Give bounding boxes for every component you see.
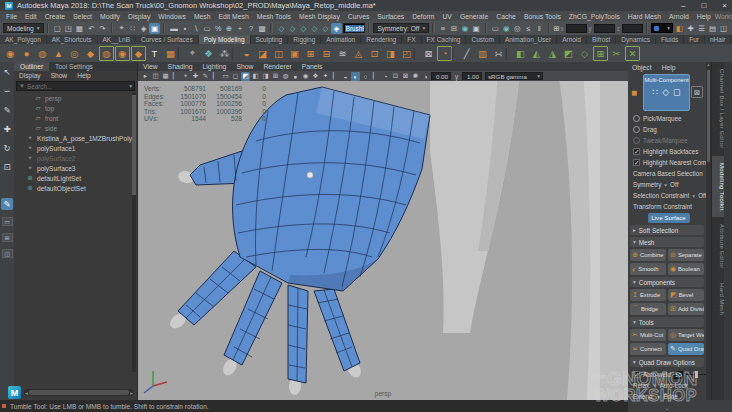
panel-menu-item[interactable]: Shading (163, 62, 198, 71)
shelf-tool-icon[interactable]: ⊟ (319, 46, 334, 61)
shelf-tool-icon[interactable]: ▣ (287, 46, 302, 61)
toolkit-menu-item[interactable]: Help (662, 64, 676, 71)
tool-icon[interactable]: ✎ (1, 198, 13, 210)
outliner-hscrollbar[interactable]: ◂▸ (24, 389, 134, 396)
shelf-tab[interactable]: Dynamics (616, 35, 656, 44)
shelf-tab[interactable]: Bifrost (587, 35, 616, 44)
snap-icon[interactable]: ◇ (287, 23, 298, 34)
viewport-toolbar-icon[interactable]: ◨ (261, 72, 270, 81)
status-misc-icon[interactable]: ? (245, 23, 256, 34)
shelf-tool-icon[interactable]: ● (19, 46, 34, 61)
status-misc-icon[interactable]: ▭ (201, 23, 212, 34)
shelf-tool-icon[interactable]: ▏ (453, 46, 458, 61)
viewport-toolbar-icon[interactable]: ✚ (191, 72, 200, 81)
menu-item[interactable]: Mesh Display (295, 13, 344, 20)
viewport-toolbar-icon[interactable]: ◩ (241, 72, 250, 81)
shelf-tool-icon[interactable]: ◆ (83, 46, 98, 61)
shelf-tab[interactable]: FX Caching (422, 35, 467, 44)
gamma-icon[interactable]: γ (452, 72, 461, 81)
shelf-tool-icon[interactable]: ◉ (3, 46, 18, 61)
shelf-tool-icon[interactable]: ◬ (351, 46, 366, 61)
shelf-tab[interactable]: Sculpting (251, 35, 289, 44)
menu-item[interactable]: File (2, 13, 21, 20)
auto-weld-checkbox[interactable]: ✓ (633, 371, 640, 378)
viewport-toolbar-icon[interactable]: ◻ (231, 72, 240, 81)
tool-icon[interactable]: ∽ (1, 85, 13, 97)
soft-selection-section[interactable]: ▸Soft Selection (630, 225, 704, 235)
panel-menu-item[interactable]: Lighting (198, 62, 232, 71)
radio-row[interactable]: Drag (630, 124, 704, 135)
shelf-tool-icon[interactable]: ⊠ (421, 46, 436, 61)
tool-icon[interactable]: ↻ (1, 142, 13, 154)
x-field[interactable] (566, 24, 587, 33)
menu-set-dropdown[interactable]: Modeling▾ (3, 23, 44, 33)
tool-icon[interactable]: ⊡ (1, 161, 13, 173)
shelf-tab[interactable]: Poly Modeling (199, 35, 251, 44)
outliner-item[interactable]: ⌖ polySurface2 (14, 153, 132, 163)
viewport-toolbar-icon[interactable]: ▏ (171, 72, 180, 81)
component-button[interactable]: ↥Extrude (630, 289, 666, 301)
mesh-button[interactable]: ◉Boolean (668, 263, 704, 275)
viewport-toolbar-icon[interactable]: ▸ (141, 72, 150, 81)
menu-item[interactable]: Windows (154, 13, 190, 20)
quad-draw-options-section[interactable]: ▾Quad Draw Options (630, 357, 704, 367)
menu-item[interactable]: UV (438, 13, 455, 20)
tab-tool-settings[interactable]: Tool Settings (49, 62, 99, 71)
render-icon[interactable]: ≤ (523, 23, 534, 34)
camera-based-selection-row[interactable]: Camera Based Selection▾On (630, 168, 704, 179)
selection-mask-icon[interactable]: ∷ (127, 23, 138, 34)
sidebar-toggle-icon[interactable]: ☰ (696, 23, 707, 34)
mesh-button[interactable]: ⊘Separate (668, 249, 704, 261)
file-icon[interactable]: ▢ (52, 23, 63, 34)
checkbox[interactable]: ✓ (633, 159, 640, 166)
viewport-toolbar-icon[interactable]: ✺ (411, 72, 420, 81)
viewport-canvas[interactable]: Verts:5087915081690 Edges:15010701500454… (138, 81, 628, 400)
minimize-button[interactable]: – (681, 1, 685, 10)
viewport-toolbar-icon[interactable]: ◍ (281, 72, 290, 81)
selection-mask-icon[interactable]: ⌖ (116, 23, 127, 34)
render-icon[interactable]: ‖ (534, 23, 545, 34)
shelf-tab[interactable]: AK_Shortcuts (47, 35, 98, 44)
component-mode-icon[interactable]: ∷ (652, 87, 658, 97)
status-misc-icon[interactable]: ∖ (190, 23, 201, 34)
sidebar-toggle-icon[interactable]: ◫ (718, 23, 729, 34)
viewport-toolbar-icon[interactable]: ✎ (201, 72, 210, 81)
exposure-icon[interactable]: ◑ (421, 72, 430, 81)
viewport-toolbar-icon[interactable]: ⊡ (391, 72, 400, 81)
outliner-vscrollbar[interactable] (132, 93, 136, 372)
object-mode-icon[interactable]: ■ (631, 87, 637, 98)
toolkit-tool-button[interactable]: ✎Quad Draw (668, 343, 704, 355)
outliner-item[interactable]: ▱ front (14, 113, 132, 123)
outliner-item[interactable]: ▱ persp (14, 93, 132, 103)
menu-item[interactable]: Curves (344, 13, 374, 20)
outliner-item[interactable]: ▱ top (14, 103, 132, 113)
symmetry-row[interactable]: Symmetry▾Off (630, 179, 704, 190)
viewport-toolbar-icon[interactable]: ◉ (301, 72, 310, 81)
menu-item[interactable]: Modify (96, 13, 124, 20)
viewport-toolbar-icon[interactable]: ◐ (351, 72, 360, 81)
render-icon[interactable]: ◉ (501, 23, 512, 34)
viewport-toolbar-icon[interactable]: ⌖ (181, 72, 190, 81)
tool-icon[interactable]: ✎ (1, 104, 13, 116)
shelf-tab[interactable]: Fluids (656, 35, 684, 44)
panel-menu-item[interactable]: Panels (297, 62, 328, 71)
outliner-item[interactable]: ▱ side (14, 123, 132, 133)
menu-item[interactable]: Edit (21, 13, 41, 20)
shelf-tool-icon[interactable]: ▲ (51, 46, 66, 61)
exposure-field[interactable]: 0.00 (431, 72, 451, 80)
component-button[interactable]: ◩Bevel (668, 289, 704, 301)
snap-icon[interactable]: ◇ (298, 23, 309, 34)
maximize-button[interactable]: □ (701, 1, 706, 10)
checkbox-row[interactable]: ✓Highlight Nearest Component (630, 157, 704, 168)
viewport-toolbar-icon[interactable]: ❖ (311, 72, 320, 81)
search-input[interactable] (27, 83, 127, 90)
viewport-toolbar-icon[interactable]: ▏ (211, 72, 220, 81)
history-icon[interactable]: ◉ (460, 23, 471, 34)
render-icon[interactable]: ◎ (512, 23, 523, 34)
viewport-toolbar-icon[interactable]: ◒ (341, 72, 350, 81)
outliner-menu-item[interactable]: Help (72, 71, 96, 80)
shelf-tool-icon[interactable]: ▏ (179, 46, 184, 61)
menu-item[interactable]: Surfaces (373, 13, 408, 20)
shelf-tool-icon[interactable]: ∺ (491, 46, 506, 61)
viewport-toolbar-icon[interactable]: ◔ (381, 72, 390, 81)
